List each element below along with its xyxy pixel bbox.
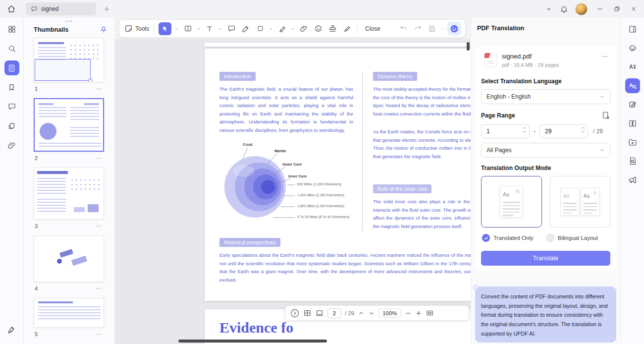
sidebar-item-search[interactable] [4, 41, 19, 56]
thumbnail-item-3[interactable]: 3 ⋯ [34, 168, 104, 232]
range-to-stepper[interactable] [539, 124, 588, 138]
pencil-tool-button[interactable] [239, 22, 252, 36]
zoom-out-button[interactable] [405, 310, 412, 317]
shape-tool-dropdown[interactable] [268, 26, 274, 31]
sidebar-item-pages[interactable] [4, 118, 19, 133]
file-more-button[interactable]: ⋯ [599, 53, 610, 60]
section-title-inner-core[interactable]: Role of the inner core [373, 184, 431, 193]
vertical-scrollbar-thumb[interactable] [467, 42, 470, 51]
close-tools-button[interactable]: Close [361, 23, 385, 35]
document-tab[interactable]: signed [26, 2, 96, 15]
rail-item-text-recognition[interactable] [625, 59, 640, 74]
thumbnail-more-button[interactable]: ⋯ [96, 223, 102, 229]
thumbnail-preview-1[interactable] [34, 38, 104, 82]
thumbnail-item-2[interactable]: 2 ⋯ [34, 98, 104, 165]
page-viewport-indicator[interactable] [35, 59, 91, 81]
thumbnail-more-button[interactable]: ⋯ [96, 285, 102, 292]
signature-tool-button[interactable] [340, 22, 353, 36]
rail-item-ai-assistant[interactable] [625, 41, 640, 56]
thumbnail-preview-3[interactable] [34, 168, 104, 220]
panel-drag-handle[interactable]: ••• [24, 18, 114, 25]
attach-tool-button[interactable] [297, 22, 310, 36]
updf-ai-button[interactable] [447, 22, 461, 36]
page-grid-view-button[interactable] [303, 309, 312, 317]
page-range-icon[interactable] [601, 111, 610, 120]
close-window-button[interactable] [625, 1, 642, 17]
shape-tool-button[interactable] [254, 22, 267, 36]
fit-page-button[interactable] [426, 309, 434, 317]
mode-card-bilingual-layout[interactable]: Aa Aa [550, 176, 611, 228]
save-dropdown[interactable] [440, 26, 446, 31]
home-icon [7, 4, 16, 13]
rail-item-reader-panel[interactable] [625, 22, 640, 37]
sidebar-item-thumbnails[interactable] [4, 60, 19, 75]
sidebar-item-signature-tool[interactable] [4, 323, 19, 338]
stepper-buttons[interactable] [581, 126, 585, 133]
thumbnail-preview-5[interactable] [34, 298, 104, 328]
new-tab-button[interactable] [99, 1, 114, 16]
tools-menu-button[interactable]: Tools [123, 22, 150, 36]
rail-item-add-folder[interactable] [625, 135, 640, 150]
page-view-dropdown[interactable] [196, 26, 202, 31]
notifications-button[interactable] [556, 1, 571, 16]
minimize-button[interactable] [591, 1, 608, 17]
mode-card-translated-only[interactable]: Aa [481, 176, 542, 228]
expand-panel-button[interactable] [290, 308, 300, 318]
page-scope-select[interactable]: All Pages [481, 143, 610, 158]
select-tool-dropdown[interactable] [174, 26, 180, 31]
highlight-tool-dropdown[interactable] [290, 26, 296, 31]
page-view-tool-button[interactable] [181, 22, 194, 36]
section-title-introduction[interactable]: Introduction [219, 72, 256, 81]
undo-button[interactable] [397, 22, 410, 36]
section-title-dynamo-theory[interactable]: Dynamo theory [373, 72, 417, 81]
stamp-tool-button[interactable] [326, 22, 339, 36]
sticker-tool-button[interactable] [312, 22, 324, 36]
sidebar-item-attachments[interactable] [4, 138, 19, 153]
radio-translated-only[interactable]: Translated Only [482, 234, 534, 242]
text-tool-dropdown[interactable] [217, 26, 223, 31]
comment-tool-button[interactable] [225, 22, 238, 36]
rail-item-pdf-translation[interactable] [625, 78, 640, 93]
thumbnail-item-4[interactable]: 4 ⋯ [34, 235, 104, 295]
thumbnail-item-1[interactable]: 1 ⋯ [34, 38, 104, 95]
text-tool-button[interactable] [203, 22, 216, 36]
thumbnail-more-button[interactable]: ⋯ [96, 155, 102, 162]
viewport-resize-handle[interactable] [89, 79, 92, 82]
thumbnail-more-button[interactable]: ⋯ [96, 85, 102, 92]
rail-item-search-document[interactable] [625, 154, 640, 169]
radio-bilingual-layout[interactable]: Bilingual Layout [546, 234, 598, 242]
sidebar-item-bookmarks[interactable] [4, 80, 19, 95]
zoom-in-button[interactable] [415, 310, 422, 317]
thumbnail-preview-2[interactable] [34, 98, 104, 152]
rail-item-annotate-edit[interactable] [625, 97, 640, 112]
sidebar-item-home-grid[interactable] [4, 22, 19, 37]
pdf-page-2[interactable]: Introduction The Earth's magnetic field,… [205, 49, 471, 301]
thumbnail-preview-4[interactable] [34, 235, 104, 282]
home-button[interactable] [4, 1, 19, 16]
horizontal-scrollbar-thumb[interactable] [178, 340, 327, 343]
presentation-mode-button[interactable] [315, 309, 324, 318]
rail-item-split-view[interactable] [625, 116, 640, 131]
restore-button[interactable] [608, 1, 625, 17]
highlight-tool-button[interactable] [275, 22, 288, 36]
stepper-buttons[interactable] [523, 126, 527, 133]
page-number-input[interactable] [327, 308, 341, 318]
translate-button[interactable]: Translate [481, 251, 610, 266]
save-button[interactable] [426, 22, 438, 36]
thumbnail-more-button[interactable]: ⋯ [96, 331, 102, 338]
titlebar-chevron-button[interactable] [541, 1, 556, 16]
thumbnail-item-5[interactable]: 5 ⋯ [34, 298, 104, 341]
pin-icon[interactable] [100, 26, 107, 34]
zoom-level-button[interactable]: 100% [378, 309, 401, 318]
sidebar-item-comments[interactable] [4, 99, 19, 114]
user-avatar[interactable] [575, 3, 588, 15]
previous-page-button[interactable] [358, 310, 365, 317]
select-tool-button[interactable] [158, 22, 172, 36]
document-canvas[interactable]: Introduction The Earth's magnetic field,… [115, 39, 471, 344]
language-select[interactable]: English - English [481, 89, 610, 104]
range-from-stepper[interactable] [481, 124, 530, 138]
next-page-button[interactable] [368, 310, 375, 317]
redo-button[interactable] [411, 22, 424, 36]
section-title-historical[interactable]: Historical perspectives [219, 238, 280, 247]
rail-item-feedback[interactable] [625, 172, 640, 187]
